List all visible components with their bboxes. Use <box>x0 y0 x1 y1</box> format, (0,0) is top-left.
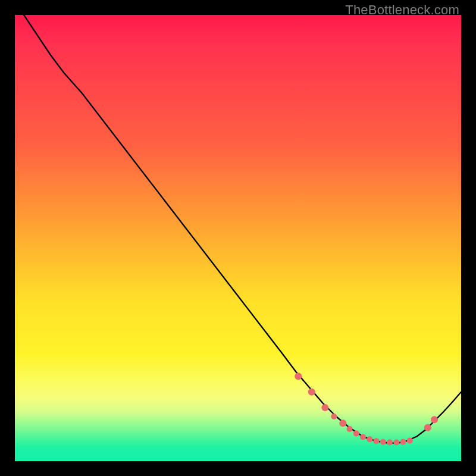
data-marker <box>339 419 346 427</box>
curve-line <box>24 15 461 443</box>
chart-svg <box>15 15 461 461</box>
chart-plot-area <box>15 15 461 461</box>
data-marker <box>331 414 337 419</box>
data-marker <box>400 439 406 445</box>
data-marker <box>374 438 380 444</box>
data-marker <box>424 424 431 431</box>
data-marker <box>295 373 302 380</box>
marker-group <box>295 373 438 446</box>
data-marker <box>353 431 359 437</box>
data-marker <box>387 440 393 446</box>
data-marker <box>347 426 353 432</box>
watermark-text: TheBottleneck.com <box>345 2 459 18</box>
data-marker <box>308 389 315 396</box>
data-marker <box>380 439 386 445</box>
data-marker <box>321 404 328 411</box>
data-marker <box>393 440 399 446</box>
data-marker <box>360 434 366 440</box>
chart-frame: TheBottleneck.com <box>0 0 476 476</box>
data-marker <box>367 436 372 442</box>
data-marker <box>407 438 413 444</box>
data-marker <box>431 416 438 423</box>
